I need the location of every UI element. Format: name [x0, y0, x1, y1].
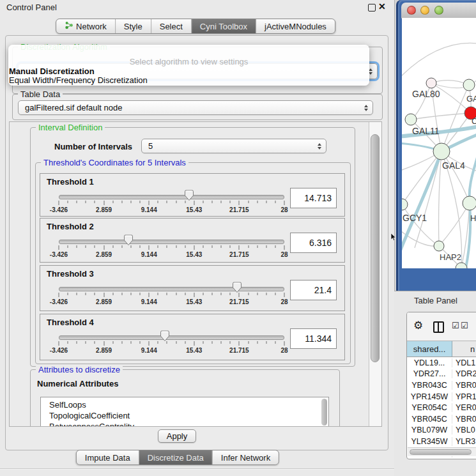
threshold-slider[interactable]: -3.4262.8599.14415.4321.71528: [56, 234, 289, 261]
network-node[interactable]: [463, 79, 475, 91]
table-row[interactable]: YBR043CYBR0: [407, 380, 476, 391]
numerical-attributes-list[interactable]: SelfLoopsTopologicalCoefficientBetweenne…: [40, 397, 329, 426]
settings-scroll-pane: Interval Definition Number of Intervals …: [9, 121, 382, 427]
tab-jactivemnodules[interactable]: jActiveMNodules: [256, 19, 335, 33]
algorithm-prompt: Select algorithm to view settings: [8, 57, 369, 66]
network-node[interactable]: [426, 78, 436, 88]
tick-label: 21.715: [229, 251, 249, 258]
table-row[interactable]: YDL19...YDL1: [407, 357, 476, 369]
tick-label: 9.144: [141, 298, 157, 305]
threshold-slider[interactable]: -3.4262.8599.14415.4321.71528: [56, 330, 289, 357]
close-traffic-light-icon[interactable]: [407, 6, 416, 15]
tab-network[interactable]: Network: [56, 19, 115, 33]
algorithm-option[interactable]: Equal Width/Frequency Discretization: [9, 75, 148, 85]
zoom-traffic-light-icon[interactable]: [434, 6, 443, 15]
number-of-intervals-combobox[interactable]: 5: [141, 139, 326, 153]
threshold-value-field[interactable]: 14.713: [290, 188, 337, 208]
table-row[interactable]: YBR045CYBR0: [407, 413, 476, 425]
threshold-label: Threshold 3: [47, 269, 94, 279]
gear-icon[interactable]: ⚙: [413, 320, 423, 331]
thresholds-group: Threshold's Coordinates for 5 Intervals …: [35, 162, 351, 364]
slider-thumb[interactable]: [184, 190, 194, 204]
main-scrollbar-thumb[interactable]: [371, 134, 380, 362]
network-edge-thick[interactable]: [466, 153, 476, 268]
network-edge[interactable]: [441, 151, 470, 203]
tab-label: Infer Network: [221, 453, 270, 463]
interval-definition-group: Interval Definition Number of Intervals …: [30, 127, 355, 367]
apply-button[interactable]: Apply: [158, 429, 196, 443]
tick-label: 15.43: [186, 298, 202, 305]
threshold-slider[interactable]: -3.4262.8599.14415.4321.71528: [56, 189, 289, 216]
main-vertical-scrollbar[interactable]: [369, 122, 381, 426]
threshold-value-field[interactable]: 21.4: [290, 280, 337, 300]
network-edge[interactable]: [439, 151, 442, 246]
minimize-traffic-light-icon[interactable]: [420, 6, 429, 15]
tick-label: 9.144: [141, 347, 157, 354]
network-view-window: GAL80GAGAL11CGAL4GCY1HHAP2: [396, 0, 476, 291]
column-header-name[interactable]: n: [452, 341, 476, 357]
cell-shared-name: YPR145W: [407, 392, 452, 401]
threshold-label: Threshold 2: [47, 222, 94, 231]
attribute-list-item[interactable]: BetweennessCentrality: [41, 421, 328, 426]
cell-name: YBR0: [452, 415, 476, 424]
network-edge[interactable]: [439, 203, 470, 246]
attributes-scrollbar-thumb[interactable]: [321, 399, 327, 426]
attribute-list-item[interactable]: SelfLoops: [41, 399, 328, 410]
split-columns-icon[interactable]: [433, 321, 444, 333]
checkbox-icon[interactable]: ☑: [461, 321, 468, 330]
tab-infer-network[interactable]: Infer Network: [212, 450, 279, 464]
network-node[interactable]: [405, 114, 417, 125]
slider-thumb[interactable]: [160, 330, 170, 344]
screen: Control Panel ✕ NetworkStyleSelectCyni T…: [0, 0, 476, 476]
attribute-list-item[interactable]: TopologicalCoefficient: [41, 410, 328, 421]
table-row[interactable]: YLR345WYLR3: [407, 436, 476, 447]
tick-label: 15.43: [186, 206, 202, 213]
table-row[interactable]: YER054CYER0: [407, 402, 476, 413]
slider-thumb[interactable]: [123, 234, 134, 249]
network-window-titlebar[interactable]: [401, 3, 476, 19]
tick-label: 9.144: [141, 251, 157, 258]
algorithm-option[interactable]: Manual Discretization: [9, 66, 95, 76]
network-canvas[interactable]: GAL80GAGAL11CGAL4GCY1HHAP2: [402, 18, 476, 268]
table-row[interactable]: YDR27...YDR2: [407, 369, 476, 380]
tab-label: Impute Data: [85, 453, 130, 463]
tab-style[interactable]: Style: [115, 19, 151, 33]
network-node[interactable]: [433, 143, 450, 160]
threshold-value-field[interactable]: 11.344: [290, 328, 337, 349]
tab-select[interactable]: Select: [151, 19, 191, 33]
network-edge[interactable]: [402, 43, 476, 79]
table-toolbar: ⚙ ☑ ☑: [407, 312, 476, 341]
network-node[interactable]: [434, 241, 444, 251]
float-window-icon[interactable]: [368, 4, 376, 12]
threshold-slider[interactable]: -3.4262.8599.14415.4321.71528: [56, 281, 289, 308]
network-node[interactable]: [456, 263, 467, 268]
cell-shared-name: YBR045C: [407, 415, 452, 424]
column-header-shared-name[interactable]: shared...: [407, 341, 452, 357]
network-edge[interactable]: [411, 113, 471, 119]
checkbox-icon[interactable]: ☑: [452, 321, 459, 330]
table-horizontal-scrollbar[interactable]: [408, 447, 476, 456]
tick-label: 15.43: [186, 347, 202, 354]
tab-impute-data[interactable]: Impute Data: [77, 450, 139, 464]
network-edge[interactable]: [402, 204, 439, 246]
tick-label: 21.715: [229, 298, 249, 305]
threshold-value-field[interactable]: 6.316: [290, 233, 337, 253]
slider-thumb[interactable]: [232, 282, 242, 296]
table-hscrollbar-thumb[interactable]: [410, 449, 472, 455]
table-row[interactable]: YPR145WYPR1: [407, 391, 476, 403]
tab-cyni-toolbox[interactable]: Cyni Toolbox: [191, 19, 256, 33]
network-node[interactable]: [402, 199, 408, 210]
cell-shared-name: YDR27...: [407, 369, 452, 378]
tab-discretize-data[interactable]: Discretize Data: [139, 450, 212, 464]
bottom-tab-bar: Impute DataDiscretize DataInfer Network: [76, 450, 279, 465]
numerical-attributes-label: Numerical Attributes: [37, 379, 118, 388]
network-node-label: C: [472, 116, 476, 126]
table-row[interactable]: YBL079WYBL0: [407, 425, 476, 436]
table-data-combobox[interactable]: galFiltered.sif default node: [18, 100, 373, 115]
network-node-label: GCY1: [403, 213, 427, 223]
node-table-container: ⚙ ☑ ☑ shared... n YDL19...YDL1YDR27...YD…: [406, 312, 476, 459]
tab-label: jActiveMNodules: [265, 22, 326, 31]
network-node[interactable]: [463, 196, 476, 210]
node-table: shared... n YDL19...YDL1YDR27...YDR2YBR0…: [407, 341, 476, 458]
close-icon[interactable]: ✕: [378, 1, 386, 12]
